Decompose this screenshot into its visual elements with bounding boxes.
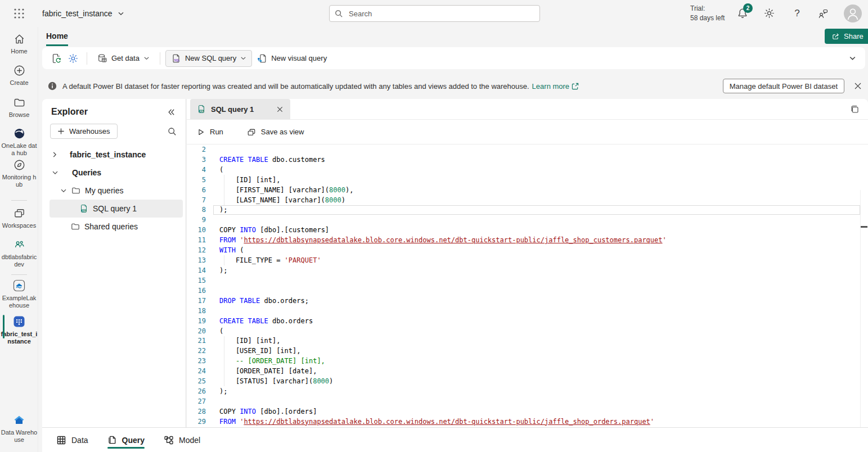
line-number[interactable]: 22 bbox=[187, 347, 206, 355]
code-line[interactable]: 6 [FIRST_NAME] [varchar](8000), bbox=[187, 185, 868, 195]
nav-onelake-data-hub[interactable]: OneLake data hub bbox=[0, 127, 38, 157]
sql-code-editor[interactable]: 23CREATE TABLE dbo.customers4(5 [ID] [in… bbox=[187, 144, 868, 427]
workspace-switcher[interactable]: fabric_test_instance bbox=[42, 0, 124, 27]
code-line[interactable]: 12WITH ( bbox=[187, 245, 868, 255]
share-button[interactable]: Share bbox=[825, 29, 868, 44]
add-warehouses-button[interactable]: Warehouses bbox=[50, 124, 118, 139]
line-number[interactable]: 11 bbox=[187, 236, 206, 244]
line-number[interactable]: 27 bbox=[187, 397, 206, 405]
settings-gear-icon[interactable] bbox=[763, 7, 776, 20]
line-number[interactable]: 2 bbox=[187, 146, 206, 153]
tree-item-warehouse[interactable]: fabric_test_instance bbox=[42, 146, 186, 164]
code-line[interactable]: 19CREATE TABLE dbo.orders bbox=[187, 316, 868, 326]
line-number[interactable]: 7 bbox=[187, 196, 206, 204]
code-line[interactable]: 24 [ORDER_DATE] [date], bbox=[187, 366, 868, 376]
code-line[interactable]: 28COPY INTO [dbo].[orders] bbox=[187, 406, 868, 417]
line-number[interactable]: 5 bbox=[187, 176, 206, 184]
line-number[interactable]: 6 bbox=[187, 186, 206, 194]
nav-item-fabric-test-instance[interactable]: fabric_test_instance bbox=[0, 315, 38, 345]
line-number[interactable]: 18 bbox=[187, 307, 206, 315]
code-line[interactable]: 11FROM 'https://dbtlabsynapsedatalake.bl… bbox=[187, 235, 868, 245]
tree-item-queries[interactable]: Queries bbox=[42, 164, 186, 182]
nav-browse[interactable]: Browse bbox=[0, 96, 38, 119]
refresh-dataset-icon[interactable] bbox=[48, 50, 65, 67]
code-line[interactable]: 9 bbox=[187, 215, 868, 225]
view-tab-data[interactable]: Data bbox=[56, 428, 88, 452]
line-number[interactable]: 9 bbox=[187, 216, 206, 224]
line-number[interactable]: 14 bbox=[187, 266, 206, 274]
code-line[interactable]: 4( bbox=[187, 165, 868, 175]
line-number[interactable]: 17 bbox=[187, 297, 206, 305]
line-number[interactable]: 3 bbox=[187, 156, 206, 164]
line-number[interactable]: 15 bbox=[187, 277, 206, 284]
tree-item-sql-query-1[interactable]: SQL SQL query 1 bbox=[50, 200, 183, 218]
code-line[interactable]: 29FROM 'https://dbtlabsynapsedatalake.bl… bbox=[187, 417, 868, 427]
collapse-panel-icon[interactable] bbox=[167, 108, 176, 116]
feedback-icon[interactable] bbox=[817, 7, 829, 20]
code-line[interactable]: 3CREATE TABLE dbo.customers bbox=[187, 155, 868, 165]
code-line[interactable]: 27 bbox=[187, 396, 868, 406]
line-number[interactable]: 24 bbox=[187, 367, 206, 375]
collapse-ribbon-chevron-icon[interactable] bbox=[849, 55, 856, 62]
line-number[interactable]: 8 bbox=[187, 206, 206, 214]
search-input[interactable] bbox=[348, 9, 534, 19]
line-number[interactable]: 29 bbox=[187, 418, 206, 426]
banner-close-icon[interactable] bbox=[853, 82, 862, 91]
line-number[interactable]: 23 bbox=[187, 357, 206, 365]
tree-item-shared-queries[interactable]: Shared queries bbox=[42, 218, 186, 236]
tab-close-icon[interactable] bbox=[276, 106, 284, 113]
code-line[interactable]: 15 bbox=[187, 275, 868, 286]
code-line[interactable]: 23 -- [ORDER_DATE] [int], bbox=[187, 356, 868, 366]
nav-data-warehouse[interactable]: Data Warehouse bbox=[0, 413, 38, 444]
user-avatar[interactable] bbox=[844, 4, 862, 22]
line-number[interactable]: 20 bbox=[187, 327, 206, 335]
view-tab-query[interactable]: Query bbox=[107, 428, 145, 452]
nav-item-examplelakehouse[interactable]: ExampleLakehouse bbox=[0, 279, 38, 309]
code-line[interactable]: 16 bbox=[187, 286, 868, 296]
code-line[interactable]: 8); bbox=[187, 205, 868, 215]
tab-sql-query-1[interactable]: SQL SQL query 1 bbox=[190, 99, 290, 119]
line-number[interactable]: 21 bbox=[187, 337, 206, 345]
line-number[interactable]: 19 bbox=[187, 317, 206, 325]
ribbon-tab-home[interactable]: Home bbox=[46, 31, 68, 46]
line-number[interactable]: 12 bbox=[187, 246, 206, 254]
learn-more-link[interactable]: Learn more bbox=[532, 82, 579, 91]
code-line[interactable]: 5 [ID] [int], bbox=[187, 175, 868, 185]
code-line[interactable]: 14); bbox=[187, 265, 868, 275]
tree-item-my-queries[interactable]: My queries bbox=[42, 182, 186, 200]
line-number[interactable]: 13 bbox=[187, 256, 206, 264]
line-number[interactable]: 4 bbox=[187, 166, 206, 174]
settings-gear-blue-icon[interactable] bbox=[65, 50, 82, 67]
code-line[interactable]: 13 FILE_TYPE = 'PARQUET' bbox=[187, 255, 868, 265]
tab-list-icon[interactable] bbox=[850, 105, 860, 115]
nav-monitoring-hub[interactable]: Monitoring hub bbox=[0, 159, 38, 188]
view-tab-model[interactable]: Model bbox=[164, 428, 200, 452]
new-visual-query-button[interactable]: New visual query bbox=[252, 50, 332, 67]
code-line[interactable]: 7 [LAST_NAME] [varchar](8000) bbox=[187, 195, 868, 205]
code-line[interactable]: 26); bbox=[187, 386, 868, 396]
code-line[interactable]: 25 [STATUS] [varchar](8000) bbox=[187, 376, 868, 386]
line-number[interactable]: 26 bbox=[187, 387, 206, 395]
manage-default-dataset-button[interactable]: Manage default Power BI dataset bbox=[723, 79, 844, 93]
line-number[interactable]: 10 bbox=[187, 226, 206, 234]
new-sql-query-button[interactable]: SQL New SQL query bbox=[165, 50, 252, 67]
nav-workspaces[interactable]: Workspaces bbox=[0, 207, 38, 229]
save-as-view-button[interactable]: Save as view bbox=[247, 128, 304, 137]
nav-create[interactable]: Create bbox=[0, 64, 38, 87]
run-button[interactable]: Run bbox=[197, 128, 223, 136]
code-line[interactable]: 21 [ID] [int], bbox=[187, 336, 868, 346]
code-line[interactable]: 10COPY INTO [dbo].[customers] bbox=[187, 225, 868, 235]
code-line[interactable]: 22 [USER_ID] [int], bbox=[187, 346, 868, 356]
line-number[interactable]: 28 bbox=[187, 408, 206, 415]
code-line[interactable]: 20( bbox=[187, 326, 868, 336]
explorer-search-icon[interactable] bbox=[168, 127, 177, 136]
code-line[interactable]: 2 bbox=[187, 144, 868, 155]
help-icon[interactable]: ? bbox=[791, 7, 803, 20]
line-number[interactable]: 25 bbox=[187, 377, 206, 385]
code-line[interactable]: 17DROP TABLE dbo.orders; bbox=[187, 296, 868, 306]
nav-home[interactable]: Home bbox=[0, 33, 38, 55]
code-line[interactable]: 18 bbox=[187, 306, 868, 316]
nav-workspace-dbtlabsfabricdev[interactable]: dbtlabsfabricdev bbox=[0, 238, 38, 268]
app-launcher-icon[interactable] bbox=[14, 8, 25, 19]
get-data-button[interactable]: Get data bbox=[92, 50, 155, 67]
